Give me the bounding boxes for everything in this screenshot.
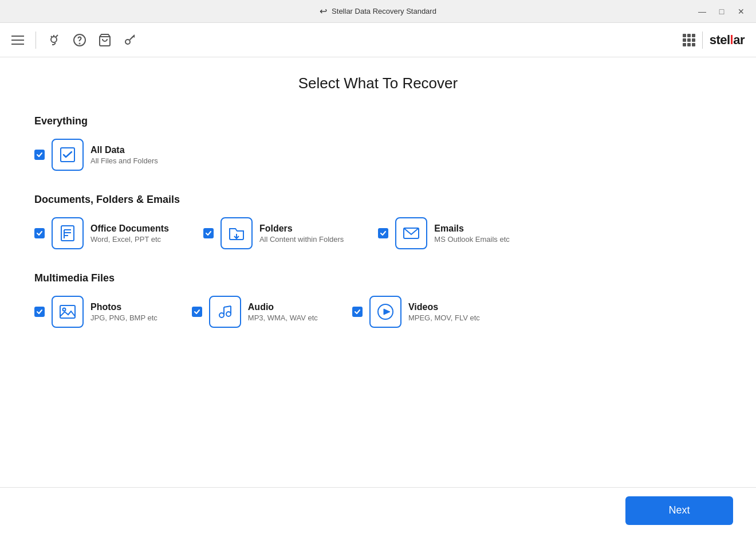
svg-line-27 <box>224 306 231 307</box>
multimedia-items-grid: Photos JPG, PNG, BMP etc <box>34 296 722 328</box>
photos-description: JPG, PNG, BMP etc <box>90 313 158 322</box>
folders-checkbox[interactable] <box>203 228 214 238</box>
emails-icon <box>395 217 427 249</box>
all-data-option[interactable]: All Data All Files and Folders <box>34 139 722 171</box>
audio-text: Audio MP3, WMA, WAV etc <box>248 302 318 322</box>
toolbar-divider-right <box>702 32 703 49</box>
window-title: ↩ Stellar Data Recovery Standard <box>320 6 436 17</box>
svg-point-9 <box>125 40 130 44</box>
photos-label: Photos <box>90 302 158 312</box>
emails-label: Emails <box>434 224 510 234</box>
videos-option[interactable]: Videos MPEG, MOV, FLV etc <box>352 296 480 328</box>
toolbar: stellar <box>0 23 756 57</box>
photos-icon <box>52 296 84 328</box>
folders-icon <box>220 217 253 249</box>
all-data-description: All Files and Folders <box>90 156 158 165</box>
svg-point-24 <box>226 312 231 316</box>
folders-label: Folders <box>259 224 344 234</box>
folders-option[interactable]: Folders All Content within Folders <box>203 217 344 249</box>
svg-point-23 <box>219 313 224 318</box>
minimize-button[interactable]: — <box>694 3 710 19</box>
multimedia-section-title: Multimedia Files <box>34 272 722 284</box>
page-title: Select What To Recover <box>34 75 722 92</box>
photos-option[interactable]: Photos JPG, PNG, BMP etc <box>34 296 158 328</box>
documents-section: Documents, Folders & Emails <box>34 194 722 249</box>
emails-checkbox[interactable] <box>378 228 388 238</box>
audio-option[interactable]: Audio MP3, WMA, WAV etc <box>192 296 318 328</box>
toolbar-divider <box>36 32 36 49</box>
audio-icon <box>209 296 241 328</box>
everything-section-title: Everything <box>34 115 722 127</box>
key-icon[interactable] <box>123 33 137 47</box>
svg-line-4 <box>54 43 56 45</box>
documents-items-grid: Office Documents Word, Excel, PPT etc <box>34 217 722 249</box>
menu-icon[interactable] <box>11 36 24 45</box>
stellar-logo: stellar <box>710 33 745 48</box>
diagnostic-icon[interactable] <box>48 33 61 47</box>
office-docs-icon <box>52 217 84 249</box>
svg-marker-29 <box>384 309 390 315</box>
emails-description: MS Outlook Emails etc <box>434 235 510 244</box>
all-data-icon <box>52 139 84 171</box>
close-button[interactable]: ✕ <box>733 3 749 19</box>
svg-point-22 <box>63 308 66 311</box>
emails-text: Emails MS Outlook Emails etc <box>434 224 510 244</box>
main-content: Select What To Recover Everything All Da… <box>0 57 756 487</box>
svg-line-12 <box>132 37 133 38</box>
audio-label: Audio <box>248 302 318 312</box>
next-button[interactable]: Next <box>625 496 733 525</box>
svg-line-3 <box>51 36 52 37</box>
svg-rect-21 <box>60 305 75 318</box>
svg-line-11 <box>133 36 135 37</box>
videos-checkbox[interactable] <box>352 307 363 317</box>
photos-checkbox[interactable] <box>34 307 45 317</box>
folders-text: Folders All Content within Folders <box>259 224 344 244</box>
emails-option[interactable]: Emails MS Outlook Emails etc <box>378 217 510 249</box>
multimedia-section: Multimedia Files Photos <box>34 272 722 328</box>
office-docs-text: Office Documents Word, Excel, PPT etc <box>90 224 169 244</box>
apps-grid-icon[interactable] <box>683 34 695 46</box>
svg-point-7 <box>80 43 80 44</box>
office-docs-description: Word, Excel, PPT etc <box>90 235 169 244</box>
all-data-checkbox[interactable] <box>34 150 45 160</box>
toolbar-right: stellar <box>683 32 745 49</box>
all-data-text: All Data All Files and Folders <box>90 145 158 165</box>
videos-description: MPEG, MOV, FLV etc <box>408 313 480 322</box>
footer: Next <box>0 487 756 533</box>
back-arrow-icon: ↩ <box>320 6 327 17</box>
folders-description: All Content within Folders <box>259 235 344 244</box>
everything-section: Everything All Data All Files and Folder… <box>34 115 722 171</box>
help-icon[interactable] <box>73 33 86 47</box>
photos-text: Photos JPG, PNG, BMP etc <box>90 302 158 322</box>
office-docs-option[interactable]: Office Documents Word, Excel, PPT etc <box>34 217 169 249</box>
all-data-label: All Data <box>90 145 158 155</box>
maximize-button[interactable]: □ <box>714 3 730 19</box>
cart-icon[interactable] <box>98 33 112 47</box>
videos-text: Videos MPEG, MOV, FLV etc <box>408 302 480 322</box>
videos-icon <box>369 296 401 328</box>
documents-section-title: Documents, Folders & Emails <box>34 194 722 206</box>
office-docs-label: Office Documents <box>90 224 169 234</box>
svg-line-1 <box>56 35 58 37</box>
videos-label: Videos <box>408 302 480 312</box>
title-bar: ↩ Stellar Data Recovery Standard — □ ✕ <box>0 0 756 23</box>
audio-checkbox[interactable] <box>192 307 202 317</box>
toolbar-left <box>11 32 137 49</box>
office-docs-checkbox[interactable] <box>34 228 45 238</box>
audio-description: MP3, WMA, WAV etc <box>248 313 318 322</box>
window-controls[interactable]: — □ ✕ <box>694 3 749 19</box>
